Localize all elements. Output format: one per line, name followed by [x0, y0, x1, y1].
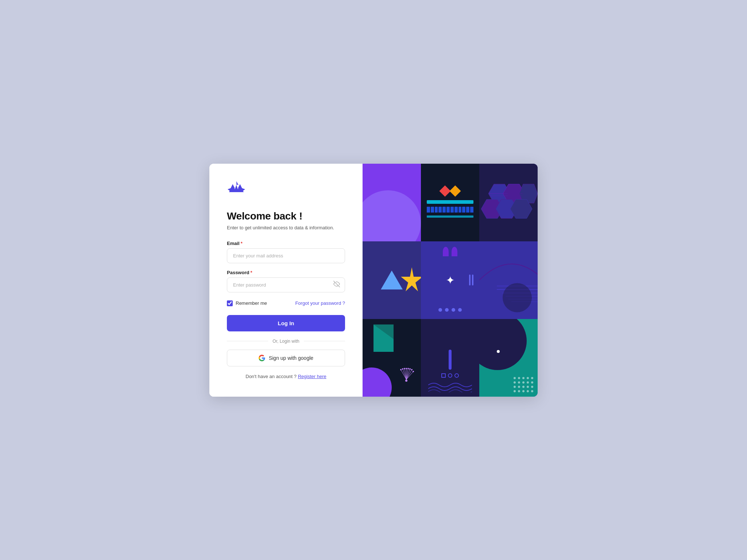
decor-bottom-middle: [421, 319, 479, 397]
svg-point-33: [404, 368, 405, 369]
bar2: [472, 275, 473, 285]
email-input[interactable]: [227, 248, 345, 263]
decor-top-middle: [421, 164, 479, 241]
open-circle2: [448, 373, 452, 378]
sunburst-svg: [397, 368, 415, 386]
comb-tooth: [466, 207, 469, 213]
login-button[interactable]: Log In: [227, 315, 345, 331]
decor-middle-middle: ✦: [421, 241, 479, 319]
google-icon: [259, 355, 265, 361]
logo-icon: [227, 181, 246, 196]
left-panel: Welcome back ! Enter to get unlimited ac…: [209, 164, 363, 397]
diamond-orange: [449, 185, 461, 197]
dot-grid: [514, 377, 534, 393]
cyan-bar: [427, 200, 473, 204]
svg-point-38: [413, 371, 414, 372]
email-group: Email*: [227, 241, 345, 263]
welcome-subtitle: Enter to get unlimited access to data & …: [227, 225, 345, 230]
comb-tooth: [470, 207, 473, 213]
divider-line-left: [227, 341, 268, 341]
divider-text: Or, Login with: [272, 339, 299, 344]
svg-point-22: [405, 380, 407, 382]
starburst-svg: [399, 267, 421, 292]
decor-bottom-right: [479, 319, 538, 397]
comb-tooth: [435, 207, 438, 213]
remember-checkbox[interactable]: [227, 300, 233, 306]
svg-point-36: [409, 368, 411, 370]
comb-tooth: [458, 207, 462, 213]
hex-svg: [479, 180, 538, 224]
bar1: [469, 275, 471, 285]
login-card: Welcome back ! Enter to get unlimited ac…: [209, 164, 538, 397]
comb-tooth: [450, 207, 454, 213]
comb-tooth: [442, 207, 446, 213]
open-circle3: [454, 373, 459, 378]
lines-svg: [479, 241, 538, 319]
logo: [227, 181, 345, 197]
decor-top-right: [479, 164, 538, 241]
circles-row: [441, 373, 459, 378]
forgot-password-link[interactable]: Forgot your password ?: [295, 300, 345, 306]
divider-line-right: [304, 341, 345, 341]
svg-marker-1: [236, 181, 239, 185]
dark-circle: [479, 319, 527, 370]
teal-rectangle: [374, 324, 394, 352]
leaf-pair: [443, 247, 457, 256]
teal-triangle: [374, 324, 394, 339]
purple-arc: [363, 368, 392, 397]
password-input[interactable]: [227, 277, 345, 292]
comb-tooth: [438, 207, 442, 213]
sunburst: [397, 368, 415, 388]
white-dot: [497, 350, 500, 353]
svg-point-31: [400, 369, 402, 370]
purple-circle: [363, 190, 421, 241]
leaf-left: [443, 247, 449, 256]
open-circle1: [441, 373, 446, 378]
dot2: [445, 308, 449, 312]
svg-point-37: [411, 369, 413, 370]
four-star: ✦: [446, 274, 455, 287]
remember-label: Remember me: [236, 300, 267, 306]
comb-tooth: [462, 207, 465, 213]
password-group: Password*: [227, 270, 345, 292]
google-signin-button[interactable]: Sign up with google: [227, 350, 345, 366]
vertical-pipe: [449, 350, 452, 370]
dot4: [458, 308, 462, 312]
register-link[interactable]: Register here: [298, 374, 326, 379]
decor-top-left: [363, 164, 421, 241]
divider: Or, Login with: [227, 339, 345, 344]
eye-icon[interactable]: [333, 281, 340, 289]
decor-middle-right: [479, 241, 538, 319]
register-text: Don't have an account ? Register here: [227, 374, 345, 379]
cyan-bar2: [427, 215, 473, 218]
svg-point-32: [402, 368, 403, 370]
leaf-right: [452, 247, 457, 256]
form-options: Remember me Forgot your password ?: [227, 300, 345, 306]
comb-tooth: [427, 207, 430, 213]
password-wrapper: [227, 277, 345, 292]
welcome-title: Welcome back !: [227, 210, 345, 222]
dot3: [452, 308, 455, 312]
comb-tooth: [431, 207, 434, 213]
diamonds: [441, 187, 459, 195]
comb-tooth: [454, 207, 458, 213]
diamond-red: [439, 185, 450, 197]
required-star-pw: *: [250, 270, 252, 275]
remember-me[interactable]: Remember me: [227, 300, 267, 306]
email-label: Email*: [227, 241, 345, 246]
svg-marker-0: [231, 184, 235, 188]
comb-tooth: [446, 207, 450, 213]
svg-point-21: [503, 283, 532, 312]
right-panel: ✦: [363, 164, 538, 397]
vertical-bars: [469, 275, 473, 285]
password-label: Password*: [227, 270, 345, 275]
svg-point-34: [406, 368, 407, 369]
svg-marker-14: [401, 267, 421, 291]
wave-svg: [428, 381, 472, 392]
comb: [427, 207, 473, 213]
decor-bottom-left: [363, 319, 421, 397]
dots-row: [438, 308, 462, 312]
svg-point-35: [407, 368, 409, 369]
google-button-label: Sign up with google: [269, 355, 313, 361]
decor-middle-left: [363, 241, 421, 319]
